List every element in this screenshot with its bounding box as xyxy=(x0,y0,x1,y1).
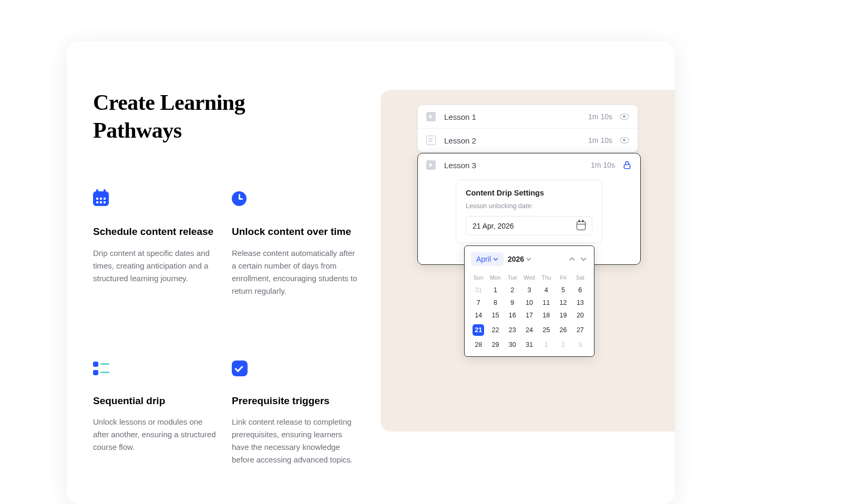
calendar-day[interactable]: 20 xyxy=(572,309,589,322)
calendar-day[interactable]: 12 xyxy=(555,296,571,309)
feature-card: Create Learning Pathways Schedule conten… xyxy=(67,42,675,504)
calendar-day[interactable]: 15 xyxy=(487,309,504,322)
drip-title: Content Drip Settings xyxy=(466,189,592,197)
calendar-week: 14151617181920 xyxy=(470,309,589,322)
eye-icon xyxy=(620,136,629,145)
calendar-day[interactable]: 2 xyxy=(555,338,571,351)
svg-rect-0 xyxy=(624,164,630,169)
drip-label: Lesson unlocking date: xyxy=(466,202,592,210)
clock-icon xyxy=(232,191,358,207)
calendar-day[interactable]: 22 xyxy=(487,322,504,338)
calendar-dow: Thu xyxy=(538,271,555,284)
play-icon xyxy=(426,112,436,121)
feature-title: Prerequisite triggers xyxy=(232,394,358,408)
date-input[interactable]: 21 Apr, 2026 xyxy=(466,216,592,235)
play-icon xyxy=(426,160,436,170)
month-label: April xyxy=(476,255,491,263)
calendar-week: 31123456 xyxy=(470,284,589,296)
calendar-day[interactable]: 23 xyxy=(504,322,521,338)
feature-desc: Unlock lessons or modules one after anot… xyxy=(93,416,219,454)
calendar-day[interactable]: 3 xyxy=(521,284,538,296)
lock-icon xyxy=(622,160,632,170)
calendar-day[interactable]: 27 xyxy=(572,322,589,338)
month-selector[interactable]: April xyxy=(471,252,504,266)
lesson-row[interactable]: Lesson 2 1m 10s xyxy=(418,129,638,152)
drip-settings: Content Drip Settings Lesson unlocking d… xyxy=(456,180,602,243)
chevron-down-icon xyxy=(526,256,531,262)
calendar-week: 21222324252627 xyxy=(470,322,589,338)
lesson-name: Lesson 2 xyxy=(444,136,588,145)
calendar-dow-row: SunMonTueWedThuFriSat xyxy=(470,271,589,284)
page-title: Create Learning Pathways xyxy=(93,89,324,144)
feature-sequential: Sequential drip Unlock lessons or module… xyxy=(93,361,219,467)
calendar-dow: Mon xyxy=(487,271,504,284)
lesson-row[interactable]: Lesson 3 1m 10s xyxy=(418,153,640,177)
feature-desc: Release content automatically after a ce… xyxy=(232,247,358,297)
calendar-week: 78910111213 xyxy=(470,296,589,309)
calendar-day[interactable]: 18 xyxy=(538,309,555,322)
calendar-day[interactable]: 29 xyxy=(487,338,504,351)
date-value: 21 Apr, 2026 xyxy=(473,222,514,230)
left-panel: Create Learning Pathways Schedule conten… xyxy=(67,42,361,466)
calendar-day[interactable]: 2 xyxy=(504,284,521,296)
calendar-icon xyxy=(577,221,586,230)
calendar-dow: Fri xyxy=(555,271,571,284)
calendar-day[interactable]: 1 xyxy=(487,284,504,296)
calendar-day[interactable]: 13 xyxy=(572,296,589,309)
feature-schedule: Schedule content release Drip content at… xyxy=(93,191,219,297)
calendar-dow: Sat xyxy=(572,271,589,284)
calendar-day[interactable]: 7 xyxy=(470,296,487,309)
calendar-dow: Tue xyxy=(504,271,521,284)
calendar-day[interactable]: 25 xyxy=(538,322,555,338)
calendar-day[interactable]: 3 xyxy=(572,338,589,351)
calendar-day[interactable]: 31 xyxy=(521,338,538,351)
sequential-icon xyxy=(93,361,219,376)
calendar-dow: Wed xyxy=(521,271,538,284)
feature-prerequisite: Prerequisite triggers Link content relea… xyxy=(232,361,358,467)
calendar-day[interactable]: 6 xyxy=(572,284,589,296)
calendar-day[interactable]: 26 xyxy=(555,322,571,338)
calendar-day[interactable]: 28 xyxy=(470,338,487,351)
calendar-header: April 2026 xyxy=(470,252,589,266)
chevron-down-icon xyxy=(493,256,498,262)
feature-desc: Drip content at specific dates and times… xyxy=(93,247,219,285)
lesson-row[interactable]: Lesson 1 1m 10s xyxy=(418,105,638,129)
prev-month-button[interactable] xyxy=(568,255,576,263)
calendar-dow: Sun xyxy=(470,271,487,284)
year-selector[interactable]: 2026 xyxy=(508,255,531,263)
checkbox-icon xyxy=(232,361,358,376)
calendar-icon xyxy=(93,191,219,207)
feature-title: Sequential drip xyxy=(93,394,219,408)
lesson-name: Lesson 1 xyxy=(444,112,588,121)
preview-panel: Lesson 1 1m 10s Lesson 2 1m 10s Lesson 3… xyxy=(381,90,675,431)
calendar-day[interactable]: 31 xyxy=(470,284,487,296)
calendar-week: 28293031123 xyxy=(470,338,589,351)
calendar-day[interactable]: 4 xyxy=(538,284,555,296)
calendar-day[interactable]: 14 xyxy=(470,309,487,322)
lesson-name: Lesson 3 xyxy=(444,161,591,170)
calendar-day[interactable]: 17 xyxy=(521,309,538,322)
calendar-popup: April 2026 SunMonTueWedThuFriSa xyxy=(464,245,594,357)
calendar-day[interactable]: 11 xyxy=(538,296,555,309)
lessons-list: Lesson 1 1m 10s Lesson 2 1m 10s xyxy=(417,105,638,152)
feature-grid: Schedule content release Drip content at… xyxy=(93,191,361,466)
calendar-day[interactable]: 21 xyxy=(470,322,487,338)
calendar-day[interactable]: 30 xyxy=(504,338,521,351)
calendar-day[interactable]: 1 xyxy=(538,338,555,351)
next-month-button[interactable] xyxy=(579,255,588,263)
calendar-day[interactable]: 10 xyxy=(521,296,538,309)
feature-title: Unlock content over time xyxy=(232,225,358,239)
calendar-day[interactable]: 19 xyxy=(555,309,571,322)
calendar-day[interactable]: 9 xyxy=(504,296,521,309)
calendar-day[interactable]: 24 xyxy=(521,322,538,338)
feature-desc: Link content release to completing prere… xyxy=(232,416,358,466)
eye-icon xyxy=(620,112,629,121)
calendar-day[interactable]: 16 xyxy=(504,309,521,322)
feature-title: Schedule content release xyxy=(93,225,219,239)
calendar-day[interactable]: 8 xyxy=(487,296,504,309)
lesson-duration: 1m 10s xyxy=(588,112,612,121)
document-icon xyxy=(426,136,436,145)
calendar-day[interactable]: 5 xyxy=(555,284,571,296)
feature-unlock: Unlock content over time Release content… xyxy=(232,191,358,297)
lesson-duration: 1m 10s xyxy=(588,136,612,145)
